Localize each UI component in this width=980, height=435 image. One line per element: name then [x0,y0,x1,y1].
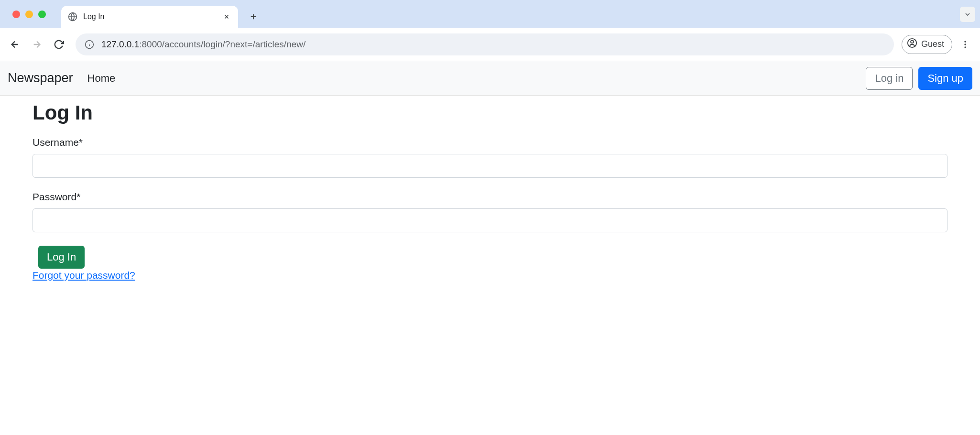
password-group: Password* [33,191,947,232]
browser-tab-bar: Log In [0,0,980,28]
url-host: 127.0.0.1 [101,39,139,49]
browser-toolbar: 127.0.0.1:8000/accounts/login/?next=/art… [0,28,980,61]
browser-tab[interactable]: Log In [61,6,238,28]
url-text: 127.0.0.1:8000/accounts/login/?next=/art… [101,39,305,50]
close-icon[interactable] [222,12,231,22]
password-label: Password* [33,191,947,203]
svg-point-5 [911,40,914,43]
new-tab-button[interactable] [245,8,262,25]
back-button[interactable] [6,35,24,54]
login-button[interactable]: Log in [866,67,913,90]
person-icon [907,38,917,51]
svg-point-7 [964,44,966,45]
password-input[interactable] [33,208,947,232]
nav-link-home[interactable]: Home [87,72,116,85]
svg-point-6 [964,41,966,42]
url-path: /accounts/login/?next=/articles/new/ [162,39,305,49]
page-content: Log In Username* Password* Log In Forgot… [0,96,980,287]
forgot-password-link[interactable]: Forgot your password? [33,270,135,281]
username-input[interactable] [33,154,947,178]
brand-logo[interactable]: Newspaper [8,71,73,86]
window-controls [12,11,46,18]
globe-icon [68,12,77,22]
submit-button[interactable]: Log In [38,246,85,269]
svg-point-8 [964,46,966,48]
username-group: Username* [33,137,947,178]
signup-button[interactable]: Sign up [918,67,972,90]
window-close-button[interactable] [12,11,20,18]
window-maximize-button[interactable] [38,11,46,18]
site-navbar: Newspaper Home Log in Sign up [0,61,980,96]
username-label: Username* [33,137,947,148]
forward-button[interactable] [28,35,46,54]
url-port: :8000 [139,39,162,49]
window-minimize-button[interactable] [25,11,33,18]
tab-title: Log In [83,12,222,21]
info-icon[interactable] [84,39,95,50]
reload-button[interactable] [50,35,68,54]
page-title: Log In [33,101,947,124]
profile-label: Guest [921,39,944,49]
address-bar[interactable]: 127.0.0.1:8000/accounts/login/?next=/art… [76,33,894,55]
browser-menu-button[interactable] [956,35,974,54]
profile-button[interactable]: Guest [902,35,952,54]
tabs-dropdown-button[interactable] [960,7,975,22]
